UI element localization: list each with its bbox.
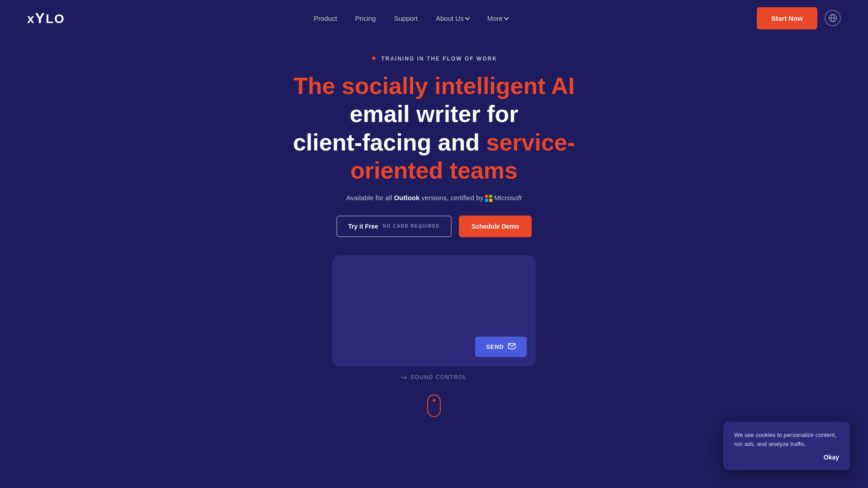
- demo-card: SEND: [332, 255, 536, 366]
- microsoft-label: Microsoft: [494, 194, 522, 202]
- send-icon: [508, 342, 516, 352]
- no-card-label: NO CARD REQUIRED: [383, 224, 440, 229]
- globe-icon[interactable]: [825, 10, 841, 26]
- nav-right: Start Now: [757, 7, 841, 29]
- send-button[interactable]: SEND: [475, 337, 527, 357]
- hero-title-line1-white: email writer for: [350, 101, 519, 127]
- logo-text: xYLO: [27, 12, 65, 26]
- hero-title-line1-orange: The socially intelligent AI: [293, 73, 575, 99]
- nav-pricing[interactable]: Pricing: [355, 14, 376, 22]
- sparkle-icon: ✦: [371, 54, 377, 63]
- send-label: SEND: [486, 343, 504, 350]
- hero-subtitle: Available for all Outlook versions, cert…: [346, 194, 522, 202]
- cookie-banner: We use cookies to personalize content, r…: [723, 422, 850, 470]
- sound-control: ↪ SOUND CONTROL: [401, 373, 467, 382]
- microsoft-icon: [485, 195, 492, 202]
- main-content: ✦ TRAINING IN THE FLOW OF WORK The socia…: [0, 36, 868, 417]
- hero-title: The socially intelligent AI email writer…: [276, 72, 592, 185]
- scroll-dot: [433, 399, 435, 402]
- nav-about-us[interactable]: About Us: [436, 14, 469, 22]
- cta-row: Try it Free NO CARD REQUIRED Schedule De…: [336, 216, 532, 237]
- cookie-okay-button[interactable]: Okay: [824, 454, 839, 461]
- badge: ✦ TRAINING IN THE FLOW OF WORK: [371, 54, 497, 63]
- try-free-button[interactable]: Try it Free NO CARD REQUIRED: [336, 216, 452, 237]
- hero-title-line2-white: client-facing and: [293, 129, 486, 155]
- sound-arrow-icon: ↪: [401, 373, 408, 382]
- badge-text: TRAINING IN THE FLOW OF WORK: [381, 56, 497, 62]
- logo: xYLO: [27, 10, 65, 27]
- about-us-chevron-icon: [465, 15, 470, 20]
- sound-control-label: SOUND CONTROL: [410, 374, 467, 380]
- start-now-button[interactable]: Start Now: [757, 7, 817, 29]
- outlook-brand: Outlook: [394, 194, 420, 202]
- cookie-message: We use cookies to personalize content, r…: [734, 431, 839, 448]
- nav-links: Product Pricing Support About Us More: [314, 14, 508, 22]
- try-free-label: Try it Free: [348, 223, 378, 230]
- more-chevron-icon: [504, 15, 509, 20]
- nav-support[interactable]: Support: [394, 14, 418, 22]
- nav-more[interactable]: More: [487, 14, 508, 22]
- nav-product[interactable]: Product: [314, 14, 337, 22]
- schedule-demo-button[interactable]: Schedule Demo: [459, 216, 532, 237]
- navbar: xYLO Product Pricing Support About Us Mo…: [0, 0, 868, 36]
- scroll-indicator: [427, 394, 441, 417]
